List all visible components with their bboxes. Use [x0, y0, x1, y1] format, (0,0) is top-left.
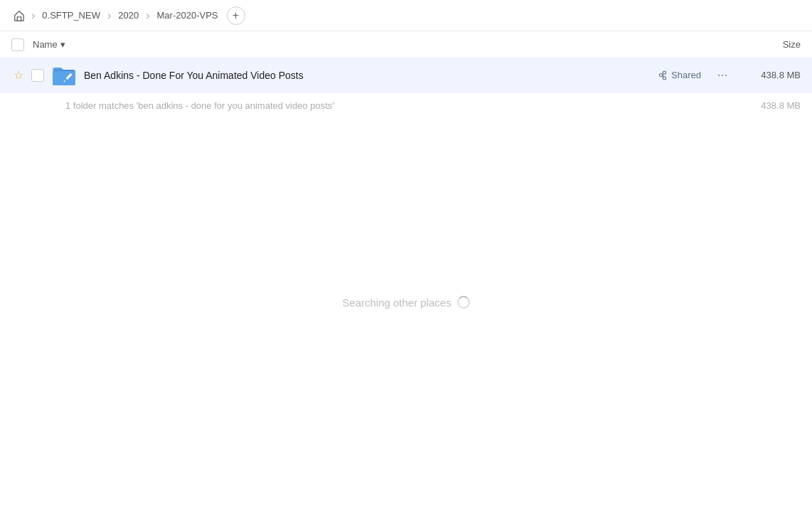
shared-label: Shared	[671, 70, 701, 80]
shared-badge[interactable]: Shared	[658, 70, 701, 80]
row-checkbox[interactable]	[31, 69, 44, 82]
home-icon[interactable]	[11, 8, 27, 23]
file-size: 438.8 MB	[744, 70, 801, 80]
svg-rect-1	[53, 71, 75, 85]
breadcrumb-sep-1: ›	[31, 9, 35, 22]
select-all-checkbox[interactable]	[11, 38, 24, 51]
svg-line-5	[663, 75, 664, 76]
breadcrumb-bar: › 0.SFTP_NEW › 2020 › Mar-2020-VPS +	[0, 0, 812, 31]
summary-size: 438.8 MB	[744, 100, 801, 111]
file-row[interactable]: ☆ Ben Adkins - Done For You Animated Vid…	[0, 58, 812, 92]
size-column-header: Size	[744, 39, 801, 50]
searching-section: Searching other places	[0, 296, 812, 309]
name-column-header[interactable]: Name ▾	[33, 39, 744, 50]
breadcrumb-sep-2: ›	[107, 9, 111, 22]
add-breadcrumb-button[interactable]: +	[227, 6, 245, 25]
breadcrumb-item-2[interactable]: Mar-2020-VPS	[154, 9, 221, 22]
breadcrumb-item-0[interactable]: 0.SFTP_NEW	[39, 9, 103, 22]
summary-text: 1 folder matches 'ben adkins - done for …	[11, 100, 744, 111]
file-name: Ben Adkins - Done For You Animated Video…	[84, 70, 658, 81]
more-options-button[interactable]: ···	[712, 65, 732, 85]
searching-text: Searching other places	[342, 297, 451, 309]
breadcrumb-item-1[interactable]: 2020	[115, 9, 141, 22]
searching-spinner	[457, 296, 470, 309]
sort-icon: ▾	[60, 39, 65, 50]
name-column-label: Name	[33, 39, 58, 50]
breadcrumb-sep-3: ›	[146, 9, 149, 22]
summary-row: 1 folder matches 'ben adkins - done for …	[0, 92, 812, 118]
star-icon[interactable]: ☆	[11, 68, 26, 82]
column-header: Name ▾ Size	[0, 31, 812, 58]
folder-icon	[51, 63, 77, 88]
